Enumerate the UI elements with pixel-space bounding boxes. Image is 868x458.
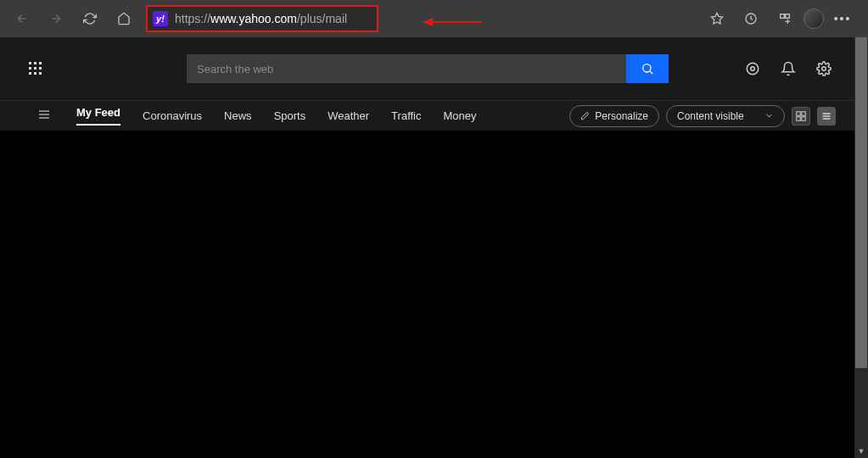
- rewards-icon: [745, 61, 760, 76]
- svg-rect-12: [34, 72, 36, 75]
- svg-rect-10: [39, 67, 42, 70]
- refresh-button[interactable]: [75, 3, 105, 34]
- hamburger-icon: [37, 108, 51, 121]
- layout-grid-icon: [796, 111, 806, 121]
- personalize-button[interactable]: Personalize: [569, 105, 659, 127]
- back-button[interactable]: [7, 3, 37, 34]
- layout-list-icon: [821, 111, 832, 121]
- feed-link-coronavirus[interactable]: Coronavirus: [143, 109, 202, 122]
- app-launcher-button[interactable]: [20, 53, 51, 84]
- notifications-button[interactable]: [780, 60, 797, 77]
- grid-icon: [29, 62, 42, 75]
- svg-rect-21: [797, 111, 801, 115]
- ntp-top-icons: [744, 60, 832, 77]
- profile-avatar[interactable]: [804, 8, 824, 29]
- bell-icon: [781, 61, 796, 76]
- scrollbar-thumb[interactable]: [855, 37, 867, 368]
- feed-menu-button[interactable]: [37, 108, 51, 124]
- svg-rect-9: [34, 67, 36, 70]
- chevron-down-icon: [764, 111, 774, 120]
- svg-rect-11: [29, 72, 31, 75]
- star-plus-icon: [710, 12, 724, 25]
- rewards-button[interactable]: [744, 60, 761, 77]
- url-path: /plus/mail: [297, 12, 347, 25]
- content-visible-dropdown[interactable]: Content visible: [666, 105, 785, 127]
- feed-nav: My Feed Coronavirus News Sports Weather …: [0, 100, 868, 131]
- svg-rect-1: [781, 14, 785, 19]
- collections-button[interactable]: [770, 3, 800, 34]
- svg-rect-7: [39, 62, 42, 64]
- feed-link-weather[interactable]: Weather: [328, 109, 369, 122]
- scrollbar-track[interactable]: ▼: [854, 37, 868, 458]
- feed-link-news[interactable]: News: [224, 109, 252, 122]
- feed-controls: Personalize Content visible: [569, 105, 836, 127]
- layout-list-button[interactable]: [817, 107, 836, 126]
- url-text: https://www.yahoo.com/plus/mail: [175, 12, 347, 25]
- toolbar-actions: •••: [702, 3, 861, 34]
- content-visible-label: Content visible: [677, 110, 744, 122]
- home-button[interactable]: [109, 3, 139, 34]
- history-icon: [744, 12, 758, 25]
- pencil-icon: [580, 111, 590, 120]
- svg-rect-22: [802, 111, 806, 115]
- search-icon: [641, 62, 654, 75]
- url-domain: www.yahoo.com: [210, 12, 297, 25]
- svg-rect-6: [34, 62, 36, 64]
- gear-icon: [816, 61, 832, 76]
- svg-rect-24: [802, 116, 806, 120]
- svg-point-15: [747, 63, 759, 75]
- yahoo-favicon-icon: y!: [153, 11, 168, 26]
- ntp-topbar: [0, 37, 868, 100]
- svg-rect-2: [786, 14, 790, 19]
- svg-rect-5: [29, 62, 31, 64]
- layout-grid-button[interactable]: [792, 107, 810, 126]
- home-icon: [117, 12, 131, 25]
- feed-link-money[interactable]: Money: [444, 109, 477, 122]
- search-input[interactable]: [187, 54, 626, 83]
- svg-rect-13: [39, 72, 42, 75]
- feed-link-traffic[interactable]: Traffic: [391, 109, 421, 122]
- browser-toolbar: y! https://www.yahoo.com/plus/mail •••: [0, 0, 868, 37]
- feed-content-area: [0, 131, 854, 458]
- svg-rect-8: [29, 67, 31, 70]
- more-menu-button[interactable]: •••: [827, 12, 858, 25]
- svg-point-17: [822, 67, 826, 71]
- feed-link-sports[interactable]: Sports: [274, 109, 306, 122]
- scrollbar-down-button[interactable]: ▼: [854, 444, 868, 458]
- arrow-right-icon: [49, 12, 63, 25]
- svg-rect-23: [797, 116, 801, 120]
- page-content: My Feed Coronavirus News Sports Weather …: [0, 37, 868, 458]
- feed-link-myfeed[interactable]: My Feed: [76, 106, 120, 126]
- refresh-icon: [83, 12, 97, 25]
- svg-point-16: [751, 67, 755, 71]
- svg-point-14: [643, 64, 651, 72]
- collections-icon: [778, 12, 792, 25]
- forward-button[interactable]: [41, 3, 71, 34]
- history-button[interactable]: [736, 3, 766, 34]
- arrow-left-icon: [15, 12, 29, 25]
- url-proto: https://: [175, 12, 210, 25]
- settings-button[interactable]: [815, 60, 832, 77]
- personalize-label: Personalize: [595, 110, 648, 122]
- address-bar[interactable]: y! https://www.yahoo.com/plus/mail: [146, 5, 378, 32]
- favorites-button[interactable]: [702, 3, 732, 34]
- search-bar: [187, 54, 669, 83]
- search-button[interactable]: [626, 54, 669, 83]
